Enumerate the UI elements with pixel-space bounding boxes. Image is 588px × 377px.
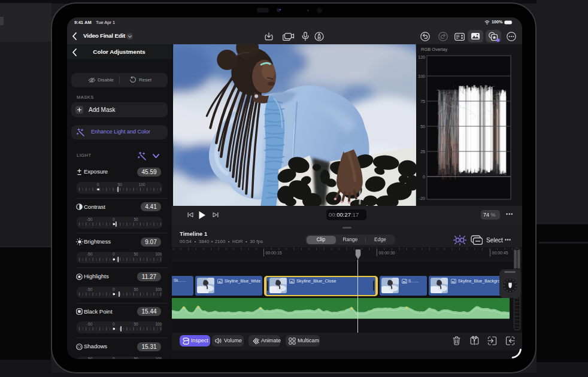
svg-text:120: 120 (418, 55, 425, 59)
svg-text:75: 75 (420, 99, 425, 104)
svg-text:00:00:15: 00:00:15 (266, 251, 282, 255)
svg-text:100: 100 (418, 74, 425, 78)
svg-text:00:00:45: 00:00:45 (492, 251, 508, 255)
svg-text:50: 50 (420, 124, 425, 129)
svg-text:-20: -20 (419, 196, 425, 200)
svg-text:00:00:30: 00:00:30 (379, 251, 395, 255)
svg-text:25: 25 (420, 150, 425, 154)
svg-text:0: 0 (423, 175, 425, 179)
